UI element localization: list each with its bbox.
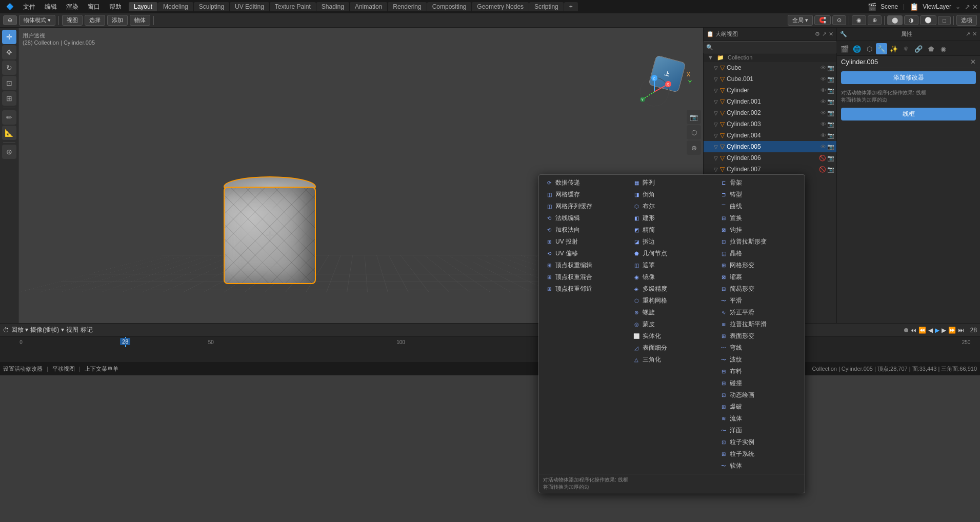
outliner-expand-icon[interactable]: ↗ — [822, 31, 827, 37]
modifier-item-表面形变[interactable]: ⊞ 表面形变 — [715, 330, 803, 342]
modifier-item-阵列[interactable]: ▦ 阵列 — [628, 177, 715, 189]
props-physics-icon[interactable]: ⚛ — [901, 43, 912, 54]
modifier-item-顶点权重编辑[interactable]: ⊞ 顶点权重编辑 — [541, 259, 628, 271]
measure-tool[interactable]: 📐 — [2, 126, 16, 140]
modifier-item-遮罩[interactable]: ◫ 遮罩 — [628, 259, 715, 271]
vis-render-icon[interactable]: 📷 — [827, 132, 834, 139]
view-dropdown[interactable]: 视图 — [66, 326, 78, 334]
modifier-item-网格缓存[interactable]: ◫ 网格缓存 — [541, 189, 628, 200]
modifier-item-骨架[interactable]: ⊏ 骨架 — [715, 177, 803, 189]
outliner-item-cylinder-005[interactable]: ▽ ▽ Cylinder.005 👁 📷 — [704, 141, 836, 152]
props-particles-icon[interactable]: ✨ — [888, 43, 899, 54]
overlay-btn[interactable]: ◉ — [852, 15, 866, 25]
tab-uv-editing[interactable]: UV Editing — [230, 2, 269, 11]
outliner-item-cylinder-002[interactable]: ▽ ▽ Cylinder.002 👁 📷 — [704, 107, 836, 118]
vis-render-icon[interactable]: 📷 — [827, 155, 834, 162]
timeline-ruler[interactable]: 05010015020025028 — [0, 336, 980, 362]
outliner-filter-icon[interactable]: ⚙ — [815, 31, 820, 37]
modifier-item-顶点权重邻近[interactable]: ⊞ 顶点权重邻近 — [541, 283, 628, 295]
next-keyframe-btn[interactable]: ⏩ — [948, 327, 956, 334]
annotate-tool[interactable]: ✏ — [2, 110, 16, 125]
modifier-item-加权法向[interactable]: ⟲ 加权法向 — [541, 224, 628, 236]
vis-eye-icon[interactable]: 🚫 — [819, 166, 826, 173]
local-global-btn[interactable]: ⊕ — [687, 140, 701, 155]
vis-eye-icon[interactable]: 👁 — [821, 65, 826, 71]
transform-tool[interactable]: ⊞ — [2, 91, 16, 106]
modifier-item-平滑[interactable]: 〜 平滑 — [715, 295, 803, 307]
add-modifier-button[interactable]: 添加修改器 — [841, 71, 976, 84]
props-close-icon[interactable]: ✕ — [972, 31, 977, 37]
vis-eye-icon[interactable]: 👁 — [821, 132, 826, 139]
close-icon[interactable]: ✕ — [972, 3, 978, 11]
modifier-item-多级精度[interactable]: ◈ 多级精度 — [628, 283, 715, 295]
tab-texture-paint[interactable]: Texture Paint — [270, 2, 316, 11]
modifier-item-布料[interactable]: ⊟ 布料 — [715, 366, 803, 377]
object-menu[interactable]: 物体 — [130, 15, 150, 26]
proportional-edit[interactable]: ⊙ — [832, 15, 846, 25]
perspective-btn[interactable]: ⬡ — [687, 125, 701, 139]
tab-rendering[interactable]: Rendering — [388, 2, 426, 11]
rotate-tool[interactable]: ↻ — [2, 61, 16, 75]
props-constraints-icon[interactable]: 🔗 — [913, 43, 924, 54]
vis-render-icon[interactable]: 📷 — [827, 65, 834, 71]
outliner-item-cylinder-006[interactable]: ▽ ▽ Cylinder.006 🚫 📷 — [704, 152, 836, 164]
outliner-item-cylinder-001[interactable]: ▽ ▽ Cylinder.001 👁 📷 — [704, 96, 836, 107]
cursor-tool[interactable]: ✛ — [2, 30, 16, 44]
modifier-item-拉普拉斯平滑[interactable]: ≋ 拉普拉斯平滑 — [715, 318, 803, 330]
modifier-item-缩裹[interactable]: ⊠ 缩裹 — [715, 271, 803, 283]
outliner-close-icon[interactable]: ✕ — [829, 31, 833, 37]
add-tool[interactable]: ⊕ — [2, 145, 16, 159]
modifier-item-波纹[interactable]: 〜 波纹 — [715, 354, 803, 366]
menu-render[interactable]: 渲染 — [62, 2, 83, 12]
props-material-icon[interactable]: ◉ — [937, 43, 949, 54]
menu-window[interactable]: 窗口 — [84, 2, 104, 12]
vis-eye-icon[interactable]: 👁 — [821, 121, 826, 128]
gizmo-btn[interactable]: ⊕ — [868, 15, 882, 25]
add-menu[interactable]: 添加 — [107, 15, 128, 26]
prev-keyframe-btn[interactable]: ⏪ — [918, 327, 926, 334]
vis-render-icon[interactable]: 📷 — [827, 166, 834, 173]
scale-tool[interactable]: ⊡ — [2, 76, 16, 90]
vis-eye-icon[interactable]: 👁 — [821, 98, 826, 105]
modifier-item-实体化[interactable]: ⬜ 实体化 — [628, 330, 715, 342]
modifier-item-置换[interactable]: ⊟ 置换 — [715, 212, 803, 224]
vis-render-icon[interactable]: 📷 — [827, 98, 834, 105]
modifier-item-粒子系统[interactable]: ⊞ 粒子系统 — [715, 448, 803, 460]
modifier-item-布尔[interactable]: ⬡ 布尔 — [628, 200, 715, 212]
modifier-item-几何节点[interactable]: ⬟ 几何节点 — [628, 248, 715, 259]
modifier-item-洋面[interactable]: 〜 洋面 — [715, 425, 803, 436]
vis-render-icon[interactable]: 📷 — [827, 76, 834, 83]
modifier-item-法线编辑[interactable]: ⟲ 法线编辑 — [541, 212, 628, 224]
camera-view-btn[interactable]: 📷 — [687, 110, 701, 124]
tab-add[interactable]: + — [564, 2, 578, 11]
modifier-item-拆边[interactable]: ◪ 拆边 — [628, 236, 715, 248]
props-data-icon[interactable]: ⬟ — [925, 43, 936, 54]
tab-compositing[interactable]: Compositing — [427, 2, 472, 11]
render-mode-wireframe[interactable]: □ — [938, 16, 951, 25]
modifier-item-弯线[interactable]: 〰 弯线 — [715, 342, 803, 354]
modifier-item-拉普拉斯形变[interactable]: ⊡ 拉普拉斯形变 — [715, 236, 803, 248]
modifier-item-动态绘画[interactable]: ⊡ 动态绘画 — [715, 389, 803, 401]
props-modifier-icon active[interactable]: 🔧 — [876, 43, 887, 54]
vis-eye-icon[interactable]: 👁 — [821, 110, 826, 116]
tab-modeling[interactable]: Modeling — [158, 2, 193, 11]
interpolation-dropdown[interactable]: 摄像(插帧) ▾ — [30, 326, 64, 334]
props-object-icon[interactable]: ⬡ — [864, 43, 875, 54]
vis-render-icon[interactable]: 📷 — [827, 87, 834, 94]
menu-file[interactable]: 文件 — [19, 2, 39, 12]
props-expand-icon[interactable]: ↗ — [966, 31, 970, 37]
vis-eye-icon[interactable]: 🚫 — [819, 155, 826, 162]
vis-eye-icon[interactable]: 👁 — [821, 87, 826, 94]
outliner-item-cylinder-007[interactable]: ▽ ▽ Cylinder.007 🚫 📷 — [704, 164, 836, 175]
wireframe-button[interactable]: 线框 — [841, 108, 976, 121]
options-btn[interactable]: 选项 — [956, 15, 977, 26]
modifier-item-爆破[interactable]: ⊞ 爆破 — [715, 401, 803, 413]
modifier-item-建形[interactable]: ◧ 建形 — [628, 212, 715, 224]
modifier-item-螺旋[interactable]: ⊛ 螺旋 — [628, 307, 715, 318]
modifier-item-晶格[interactable]: ◲ 晶格 — [715, 248, 803, 259]
vis-render-icon[interactable]: 📷 — [827, 144, 834, 150]
modifier-item-重构网格[interactable]: ⬡ 重构网格 — [628, 295, 715, 307]
vis-eye-icon[interactable]: 👁 — [821, 76, 826, 83]
outliner-item-cylinder[interactable]: ▽ ▽ Cylinder 👁 📷 — [704, 85, 836, 96]
jump-end-btn[interactable]: ⏭ — [958, 327, 964, 334]
